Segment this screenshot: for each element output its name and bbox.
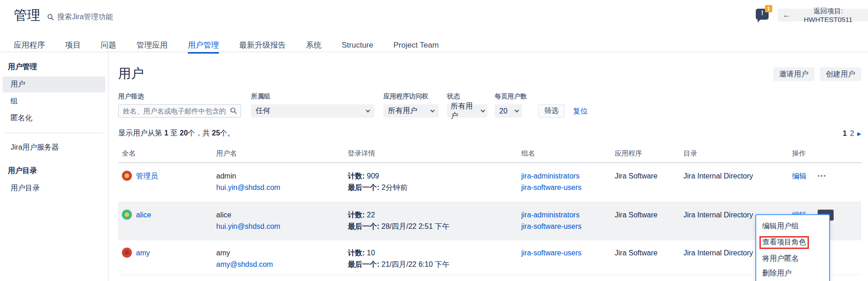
menu-item-edit-user-groups[interactable]: 编辑用户组	[756, 219, 829, 234]
pagination: 1 2 ▶	[843, 130, 861, 138]
sidebar-item-user-directory[interactable]: 用户目录	[3, 180, 105, 196]
col-groups: 组名	[518, 146, 611, 162]
page-actions: 邀请用户 创建用户	[773, 67, 861, 81]
filter-per-page-label: 每页用户数	[495, 92, 527, 101]
group-select[interactable]: 任何	[251, 104, 374, 118]
menu-item-anonymize-user[interactable]: 将用户匿名	[756, 252, 829, 266]
pagination-page-2[interactable]: 2	[850, 130, 854, 138]
user-filter-input[interactable]	[118, 104, 241, 118]
tab-issues[interactable]: 问题	[101, 40, 116, 52]
directory-name: Jira Internal Directory	[680, 163, 788, 202]
sidebar-item-groups[interactable]: 组	[3, 93, 105, 109]
avatar	[122, 248, 132, 258]
table-header-row: 全名 用户名 登录详情 组名 应用程序 目录 操作	[118, 146, 861, 163]
notifications-icon[interactable]: ! 1	[756, 9, 769, 20]
table-row-alice: alice alice hui.yin@shdsd.com 计数: 22 最后一…	[118, 202, 861, 240]
col-login-details: 登录详情	[344, 146, 518, 162]
red-highlight-box: 查看项目角色	[759, 236, 809, 249]
col-username: 用户名	[213, 146, 344, 162]
login-count: 计数: 10	[348, 247, 518, 259]
group-link[interactable]: jira-administrators	[521, 170, 611, 182]
main-content: 用户 邀请用户 创建用户 用户筛选 所属组 任何	[109, 52, 868, 281]
application-name: Jira Software	[611, 163, 680, 202]
status-select[interactable]: 所有用户	[447, 104, 487, 118]
back-to-project-label: 返回项目: HWHTEST0511	[793, 7, 863, 23]
table-row-admin: 管理员 admin hui.yin@shdsd.com 计数: 909 最后一个…	[118, 163, 861, 202]
application-name: Jira Software	[611, 202, 680, 240]
filter-app-access: 应用程序访问权 所有用户	[383, 92, 439, 118]
tab-manage-apps[interactable]: 管理应用	[136, 40, 168, 52]
per-page-select[interactable]: 20	[495, 104, 522, 118]
tab-applications[interactable]: 应用程序	[14, 40, 45, 52]
filters-bar: 用户筛选 所属组 任何 应用程序访问权 所有用户	[118, 92, 588, 118]
page-title: 用户	[118, 65, 144, 82]
create-user-button[interactable]: 创建用户	[820, 67, 861, 81]
sidebar-section-user-directories: 用户目录	[0, 162, 108, 179]
chevron-down-icon	[366, 108, 370, 113]
table-row-amy: amy amy amy@shdsd.com 计数: 10 最后一个: 21/四月…	[118, 240, 861, 275]
group-link[interactable]: jira-administrators	[521, 209, 611, 221]
pagination-current-page: 1	[843, 130, 847, 138]
notification-badge: 1	[765, 5, 772, 12]
search-icon	[230, 107, 237, 116]
tab-system[interactable]: 系统	[306, 40, 322, 52]
application-name: Jira Software	[611, 275, 680, 281]
app-access-select[interactable]: 所有用户	[383, 104, 439, 118]
group-link[interactable]: jira-software-users	[521, 247, 611, 259]
tab-user-management[interactable]: 用户管理	[188, 40, 219, 52]
top-header: 管理 搜索Jira管理功能 ! 1 ← 返回项目: HWHTEST0511	[0, 0, 868, 40]
group-select-value: 任何	[256, 106, 270, 116]
user-fullname-link[interactable]: amy	[136, 247, 150, 259]
user-email-link[interactable]: amy@shdsd.com	[216, 259, 344, 270]
group-link[interactable]: jira-software-users	[521, 221, 611, 232]
chevron-down-icon	[480, 108, 485, 113]
username: admin	[216, 170, 344, 182]
filter-group: 所属组 任何	[251, 92, 374, 118]
user-email-link[interactable]: hui.yin@shdsd.com	[216, 221, 344, 232]
user-actions-menu: 编辑用户组 查看项目角色 将用户匿名 删除用户	[755, 214, 830, 281]
filter-status: 状态 所有用户	[447, 92, 487, 118]
filter-per-page: 每页用户数 20	[495, 92, 527, 118]
admin-search[interactable]: 搜索Jira管理功能	[47, 12, 113, 22]
user-fullname-link[interactable]: 管理员	[136, 170, 158, 182]
tab-projects[interactable]: 项目	[65, 40, 81, 52]
sidebar-item-users[interactable]: 用户	[3, 76, 105, 92]
invite-user-button[interactable]: 邀请用户	[773, 67, 814, 81]
user-email-link[interactable]: hui.yin@shdsd.com	[216, 182, 344, 193]
more-actions-icon[interactable]: •••	[818, 170, 827, 182]
menu-item-delete-user[interactable]: 删除用户	[756, 266, 829, 281]
application-name: Jira Software	[611, 240, 680, 275]
search-icon	[47, 14, 54, 21]
admin-search-placeholder: 搜索Jira管理功能	[57, 12, 113, 22]
filter-group-label: 所属组	[251, 92, 374, 101]
pagination-next-icon[interactable]: ▶	[857, 131, 861, 137]
table-row-partial: 安娜 计数: 22 jira-administrators Jira Softw…	[118, 275, 861, 281]
menu-item-view-project-roles[interactable]: 查看项目角色	[756, 234, 829, 252]
filter-button[interactable]: 筛选	[538, 104, 565, 118]
group-link[interactable]: jira-software-users	[521, 182, 611, 193]
sidebar-item-jira-user-server[interactable]: Jira用户服务器	[3, 140, 105, 156]
col-applications: 应用程序	[611, 146, 680, 162]
app-access-select-value: 所有用户	[388, 106, 417, 116]
per-page-select-value: 20	[499, 107, 508, 115]
col-full-name: 全名	[118, 146, 213, 162]
edit-user-link[interactable]: 编辑	[792, 170, 807, 182]
admin-tab-bar: 应用程序 项目 问题 管理应用 用户管理 最新升级报告 系统 Structure…	[0, 40, 868, 52]
user-fullname-link[interactable]: alice	[136, 209, 151, 221]
tab-structure[interactable]: Structure	[342, 40, 373, 52]
users-table: 全名 用户名 登录详情 组名 应用程序 目录 操作 管理员 admin hui.…	[118, 146, 861, 281]
tab-project-team[interactable]: Project Team	[393, 40, 439, 52]
sidebar: 用户管理 用户 组 匿名化 Jira用户服务器 用户目录 用户目录	[0, 52, 109, 281]
username: amy	[216, 247, 344, 259]
col-operations: 操作	[788, 146, 861, 162]
tab-upgrade-report[interactable]: 最新升级报告	[239, 40, 286, 52]
back-to-project-button[interactable]: ← 返回项目: HWHTEST0511	[778, 9, 868, 22]
filter-app-access-label: 应用程序访问权	[383, 92, 439, 101]
sidebar-item-anonymize[interactable]: 匿名化	[3, 110, 105, 126]
back-arrow-icon: ←	[783, 11, 790, 19]
login-count: 计数: 909	[348, 170, 518, 182]
sidebar-divider	[5, 133, 104, 133]
reset-link[interactable]: 复位	[573, 104, 588, 118]
filter-user: 用户筛选	[118, 92, 241, 118]
avatar	[122, 171, 132, 181]
